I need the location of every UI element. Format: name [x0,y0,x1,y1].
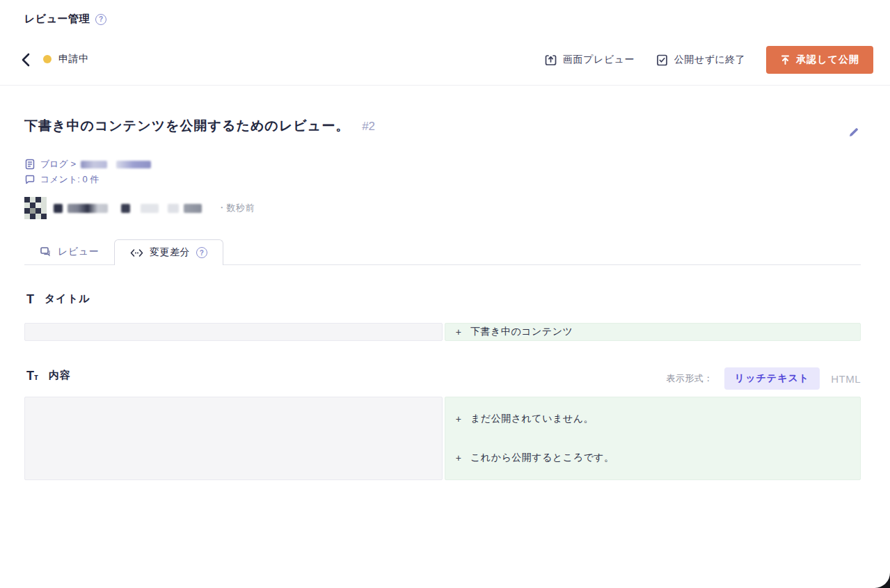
screen-preview-label: 画面プレビュー [563,54,635,66]
finish-without-publish-button[interactable]: 公開せずに終了 [655,54,745,67]
back-button[interactable] [18,51,35,68]
title-section-heading: T タイトル [26,292,90,305]
diff-added-text: まだ公開されていません。 [470,413,594,425]
comment-count-row[interactable]: コメント: 0 件 [24,173,99,186]
toolbar-actions: 画面プレビュー 公開せずに終了 承認して公開 [544,46,873,74]
text-field-icon: T [26,293,34,305]
preview-icon [544,54,557,67]
tab-review-label: レビュー [58,246,99,258]
comment-bubble-icon [24,174,35,185]
diff-added-text: これから公開するところです。 [470,452,614,464]
document-icon [24,159,35,170]
title-diff-new: + 下書き中のコンテンツ [445,323,861,341]
avatar [24,197,47,219]
status-label: 申請中 [58,53,89,65]
code-diff-icon [130,248,143,258]
action-bar: 申請中 画面プレビュー 公開せずに終了 [0,43,890,77]
tab-diff[interactable]: 変更差分 ? [114,239,223,265]
publish-icon [780,54,790,65]
comment-count-label: コメント: 0 件 [40,173,99,186]
tab-diff-label: 変更差分 [150,246,190,259]
review-title: 下書き中のコンテンツを公開するためのレビュー。 [24,117,349,135]
review-number: #2 [362,120,375,134]
header-divider [0,85,890,86]
tab-review[interactable]: レビュー [24,239,114,264]
status-dot-icon [43,55,51,63]
title-diff-old [24,323,443,341]
author-row: ・数秒前 [24,197,255,219]
clipboard-check-icon [655,54,669,67]
review-title-row: 下書き中のコンテンツを公開するためのレビュー。 #2 [24,117,375,135]
approve-publish-button[interactable]: 承認して公開 [766,46,873,74]
diff-add-marker: + [452,452,465,463]
rich-text-field-icon: Tт [26,370,38,382]
diff-help-icon[interactable]: ? [196,247,207,258]
content-section-heading: Tт 内容 [26,369,71,382]
content-diff-new: + まだ公開されていません。 + これから公開するところです。 [445,397,861,480]
breadcrumb-label: ブログ > [40,158,76,170]
format-richtext-button[interactable]: リッチテキスト [724,367,820,390]
page-title: レビュー管理 [24,13,90,26]
edit-title-button[interactable] [847,125,861,139]
chevron-left-icon [18,51,35,68]
content-section-label: 内容 [49,369,71,382]
tab-bar: レビュー 変更差分 ? [24,239,861,265]
content-diff-old [24,397,443,480]
pencil-icon [847,125,861,139]
screen-preview-button[interactable]: 画面プレビュー [544,54,635,67]
status-badge: 申請中 [43,53,89,65]
help-icon[interactable]: ? [95,14,106,25]
diff-added-line: + まだ公開されていません。 [445,413,860,425]
timestamp: ・数秒前 [217,202,255,214]
format-controls: 表示形式： リッチテキスト HTML [666,367,861,390]
format-html-button[interactable]: HTML [831,373,861,385]
page-header: レビュー管理 ? [24,13,106,26]
approve-publish-label: 承認して公開 [796,54,859,66]
breadcrumb[interactable]: ブログ > [24,158,151,170]
redacted-content-name [116,161,151,168]
finish-without-publish-label: 公開せずに終了 [674,54,745,66]
diff-add-marker: + [452,326,465,337]
diff-added-text: 下書き中のコンテンツ [470,326,573,338]
diff-add-marker: + [452,413,465,424]
title-section-label: タイトル [45,292,90,305]
diff-added-line: + これから公開するところです。 [445,452,860,464]
window-corner [873,571,890,588]
redacted-author-name [54,204,202,213]
diff-added-line: + 下書き中のコンテンツ [445,324,860,340]
chat-icon [40,246,51,258]
format-label: 表示形式： [666,372,713,385]
redacted-content-name [81,161,107,168]
